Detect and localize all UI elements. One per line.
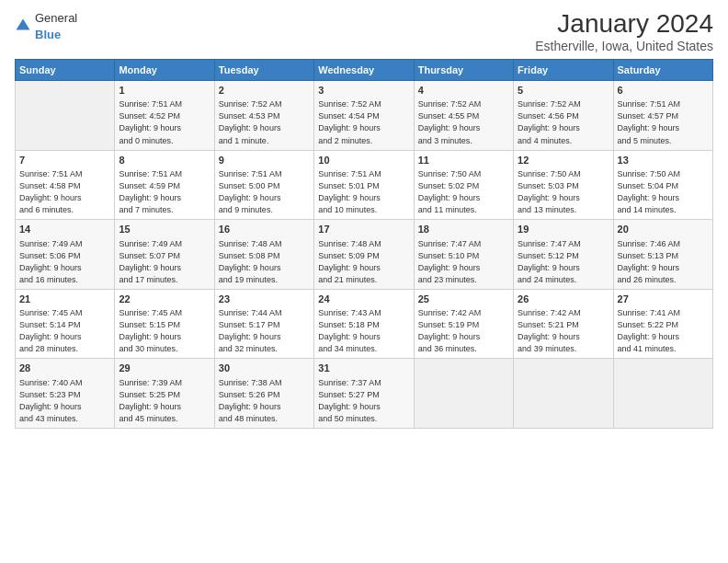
- main-title: January 2024: [535, 9, 713, 39]
- cell-content: Sunrise: 7:50 AMSunset: 5:02 PMDaylight:…: [418, 168, 509, 216]
- cell-content: Sunrise: 7:51 AMSunset: 4:52 PMDaylight:…: [119, 98, 210, 146]
- calendar-cell: [613, 359, 712, 429]
- day-number: 14: [19, 223, 110, 236]
- calendar-cell: 2Sunrise: 7:52 AMSunset: 4:53 PMDaylight…: [214, 81, 313, 151]
- day-number: 23: [219, 293, 310, 306]
- day-number: 8: [119, 154, 210, 167]
- day-number: 22: [119, 293, 210, 306]
- day-number: 17: [318, 223, 409, 236]
- cell-content: Sunrise: 7:44 AMSunset: 5:17 PMDaylight:…: [219, 307, 310, 355]
- day-number: 13: [618, 154, 709, 167]
- calendar-cell: 26Sunrise: 7:42 AMSunset: 5:21 PMDayligh…: [514, 289, 613, 359]
- calendar-cell: 24Sunrise: 7:43 AMSunset: 5:18 PMDayligh…: [314, 289, 414, 359]
- day-number: 27: [618, 293, 709, 306]
- calendar-cell: 23Sunrise: 7:44 AMSunset: 5:17 PMDayligh…: [214, 289, 313, 359]
- logo-text: General Blue: [35, 9, 77, 42]
- cell-content: Sunrise: 7:52 AMSunset: 4:53 PMDaylight:…: [219, 98, 310, 146]
- col-friday: Friday: [514, 60, 613, 81]
- header-row: Sunday Monday Tuesday Wednesday Thursday…: [16, 60, 713, 81]
- cell-content: Sunrise: 7:50 AMSunset: 5:03 PMDaylight:…: [518, 168, 609, 216]
- cell-content: Sunrise: 7:41 AMSunset: 5:22 PMDaylight:…: [618, 307, 709, 355]
- cell-content: Sunrise: 7:51 AMSunset: 4:59 PMDaylight:…: [119, 168, 210, 216]
- calendar-cell: 3Sunrise: 7:52 AMSunset: 4:54 PMDaylight…: [314, 81, 414, 151]
- day-number: 30: [219, 362, 310, 375]
- cell-content: Sunrise: 7:48 AMSunset: 5:08 PMDaylight:…: [219, 238, 310, 286]
- calendar-cell: 17Sunrise: 7:48 AMSunset: 5:09 PMDayligh…: [314, 220, 414, 290]
- day-number: 24: [318, 293, 409, 306]
- cell-content: Sunrise: 7:45 AMSunset: 5:15 PMDaylight:…: [119, 307, 210, 355]
- calendar-cell: 9Sunrise: 7:51 AMSunset: 5:00 PMDaylight…: [214, 150, 313, 220]
- day-number: 15: [119, 223, 210, 236]
- calendar-cell: 7Sunrise: 7:51 AMSunset: 4:58 PMDaylight…: [16, 150, 115, 220]
- day-number: 26: [518, 293, 609, 306]
- col-tuesday: Tuesday: [214, 60, 313, 81]
- day-number: 21: [19, 293, 110, 306]
- calendar-cell: 31Sunrise: 7:37 AMSunset: 5:27 PMDayligh…: [314, 359, 414, 429]
- calendar-cell: 27Sunrise: 7:41 AMSunset: 5:22 PMDayligh…: [613, 289, 712, 359]
- day-number: 18: [418, 223, 509, 236]
- svg-marker-0: [17, 19, 30, 30]
- cell-content: Sunrise: 7:43 AMSunset: 5:18 PMDaylight:…: [318, 307, 409, 355]
- cell-content: Sunrise: 7:51 AMSunset: 5:01 PMDaylight:…: [318, 168, 409, 216]
- subtitle: Estherville, Iowa, United States: [535, 39, 713, 53]
- day-number: 9: [219, 154, 310, 167]
- day-number: 31: [318, 362, 409, 375]
- calendar-cell: 5Sunrise: 7:52 AMSunset: 4:56 PMDaylight…: [514, 81, 613, 151]
- cell-content: Sunrise: 7:45 AMSunset: 5:14 PMDaylight:…: [19, 307, 110, 355]
- cell-content: Sunrise: 7:37 AMSunset: 5:27 PMDaylight:…: [318, 377, 409, 425]
- calendar-table: Sunday Monday Tuesday Wednesday Thursday…: [15, 59, 713, 429]
- logo-blue: Blue: [35, 28, 61, 41]
- calendar-cell: [514, 359, 613, 429]
- cell-content: Sunrise: 7:46 AMSunset: 5:13 PMDaylight:…: [618, 238, 709, 286]
- calendar-cell: 21Sunrise: 7:45 AMSunset: 5:14 PMDayligh…: [16, 289, 115, 359]
- day-number: 19: [518, 223, 609, 236]
- day-number: 1: [119, 84, 210, 98]
- calendar-cell: 8Sunrise: 7:51 AMSunset: 4:59 PMDaylight…: [115, 150, 214, 220]
- day-number: 20: [618, 223, 709, 236]
- calendar-cell: [414, 359, 513, 429]
- day-number: 4: [418, 84, 509, 98]
- logo-icon: [15, 17, 31, 34]
- cell-content: Sunrise: 7:51 AMSunset: 5:00 PMDaylight:…: [219, 168, 310, 216]
- calendar-cell: 22Sunrise: 7:45 AMSunset: 5:15 PMDayligh…: [115, 289, 214, 359]
- calendar-cell: 25Sunrise: 7:42 AMSunset: 5:19 PMDayligh…: [414, 289, 513, 359]
- day-number: 2: [219, 84, 310, 98]
- cell-content: Sunrise: 7:40 AMSunset: 5:23 PMDaylight:…: [19, 377, 110, 425]
- calendar-cell: 29Sunrise: 7:39 AMSunset: 5:25 PMDayligh…: [115, 359, 214, 429]
- day-number: 11: [418, 154, 509, 167]
- week-row-1: 1Sunrise: 7:51 AMSunset: 4:52 PMDaylight…: [16, 81, 713, 151]
- day-number: 6: [618, 84, 709, 98]
- week-row-5: 28Sunrise: 7:40 AMSunset: 5:23 PMDayligh…: [16, 359, 713, 429]
- calendar-cell: 30Sunrise: 7:38 AMSunset: 5:26 PMDayligh…: [214, 359, 313, 429]
- cell-content: Sunrise: 7:47 AMSunset: 5:10 PMDaylight:…: [418, 238, 509, 286]
- calendar-cell: 11Sunrise: 7:50 AMSunset: 5:02 PMDayligh…: [414, 150, 513, 220]
- day-number: 3: [318, 84, 409, 98]
- col-saturday: Saturday: [613, 60, 712, 81]
- calendar-cell: 4Sunrise: 7:52 AMSunset: 4:55 PMDaylight…: [414, 81, 513, 151]
- calendar-cell: 28Sunrise: 7:40 AMSunset: 5:23 PMDayligh…: [16, 359, 115, 429]
- week-row-2: 7Sunrise: 7:51 AMSunset: 4:58 PMDaylight…: [16, 150, 713, 220]
- calendar-cell: 18Sunrise: 7:47 AMSunset: 5:10 PMDayligh…: [414, 220, 513, 290]
- cell-content: Sunrise: 7:52 AMSunset: 4:54 PMDaylight:…: [318, 98, 409, 146]
- cell-content: Sunrise: 7:51 AMSunset: 4:57 PMDaylight:…: [618, 98, 709, 146]
- calendar-cell: [16, 81, 115, 151]
- cell-content: Sunrise: 7:52 AMSunset: 4:56 PMDaylight:…: [518, 98, 609, 146]
- calendar-cell: 15Sunrise: 7:49 AMSunset: 5:07 PMDayligh…: [115, 220, 214, 290]
- page-header: General Blue January 2024 Estherville, I…: [15, 9, 713, 53]
- day-number: 7: [19, 154, 110, 167]
- page-container: General Blue January 2024 Estherville, I…: [0, 0, 728, 563]
- day-number: 28: [19, 362, 110, 375]
- day-number: 16: [219, 223, 310, 236]
- title-block: January 2024 Estherville, Iowa, United S…: [535, 9, 713, 53]
- cell-content: Sunrise: 7:48 AMSunset: 5:09 PMDaylight:…: [318, 238, 409, 286]
- cell-content: Sunrise: 7:49 AMSunset: 5:07 PMDaylight:…: [119, 238, 210, 286]
- day-number: 10: [318, 154, 409, 167]
- cell-content: Sunrise: 7:47 AMSunset: 5:12 PMDaylight:…: [518, 238, 609, 286]
- cell-content: Sunrise: 7:38 AMSunset: 5:26 PMDaylight:…: [219, 377, 310, 425]
- day-number: 5: [518, 84, 609, 98]
- calendar-cell: 14Sunrise: 7:49 AMSunset: 5:06 PMDayligh…: [16, 220, 115, 290]
- logo: General Blue: [15, 9, 77, 42]
- calendar-header: Sunday Monday Tuesday Wednesday Thursday…: [16, 60, 713, 81]
- col-thursday: Thursday: [414, 60, 513, 81]
- cell-content: Sunrise: 7:39 AMSunset: 5:25 PMDaylight:…: [119, 377, 210, 425]
